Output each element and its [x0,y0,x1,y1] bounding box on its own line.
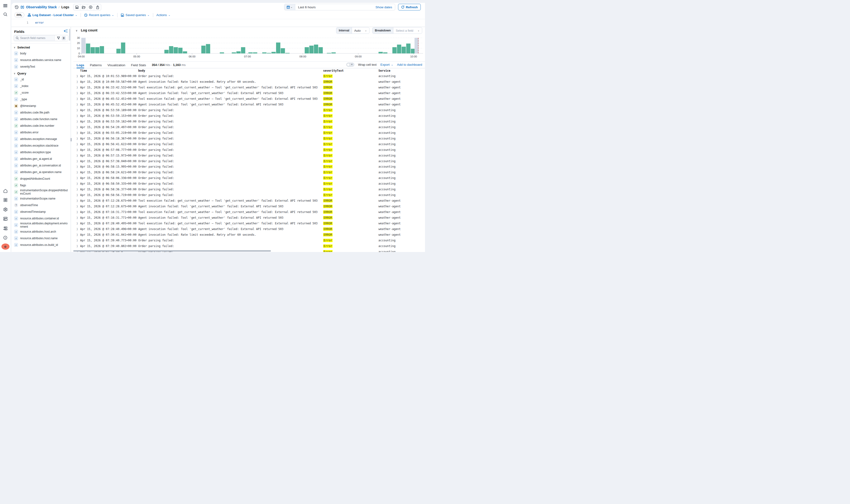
log-table-row[interactable]: ⟩Apr 15, 2026 @ 06:53:59.182+00:00Order … [73,119,425,124]
field-item[interactable]: tattributes.gen_ai.operation.name [11,169,71,175]
field-item[interactable]: tattributes.code.function.name [11,116,71,123]
expand-row-icon[interactable]: ⟩ [76,188,78,191]
home-icon[interactable] [2,188,8,194]
column-header-body[interactable]: body [138,69,145,72]
log-table-row[interactable]: ⟩Apr 15, 2026 @ 06:57:38.040+00:00Order … [73,158,425,164]
field-item[interactable]: t_index [11,83,71,89]
add-to-dashboard-button[interactable]: Add to dashboard [397,63,422,67]
field-filter-button[interactable]: 0 [54,35,68,41]
column-header-time[interactable]: Time [80,69,87,72]
chart-collapse-chevron[interactable]: ∨ [76,29,77,32]
panel-resize-handle[interactable] [70,137,72,142]
history-clock-icon[interactable] [15,5,19,9]
field-item[interactable]: tattributes.exception.type [11,149,71,156]
user-avatar[interactable]: o [1,244,10,250]
apps-icon[interactable] [2,197,8,203]
field-item[interactable]: ▦@timestamp [11,103,71,109]
dataset-selector[interactable]: Log Dataset - Local Cluster ⌄ [28,13,77,17]
field-item[interactable]: tresource.attributes.container.id [11,215,71,222]
log-table-row[interactable]: ⟩Apr 15, 2026 @ 07:16:31.771+00:00Agent … [73,215,425,220]
search-icon[interactable] [2,11,8,17]
expand-row-icon[interactable]: ⟩ [76,80,78,84]
field-item[interactable]: ?observedTime [11,202,71,209]
date-quick-select-button[interactable]: ⌄ [284,4,295,10]
expand-row-icon[interactable]: ⟩ [76,137,78,140]
log-table-row[interactable]: ⟩Apr 15, 2026 @ 06:58:50.335+00:00Order … [73,181,425,186]
wrap-cell-text-toggle[interactable]: ✕ [346,62,354,67]
field-item[interactable]: tattributes.gen_ai.agent.id [11,156,71,162]
field-item[interactable]: #attributes.code.line.number [11,123,71,129]
log-table-row[interactable]: ⟩Apr 15, 2026 @ 06:58:36.377+00:00Order … [73,186,425,192]
log-table-row[interactable]: ⟩Apr 15, 2026 @ 06:45:52.452+00:00Agent … [73,102,425,107]
expand-row-icon[interactable]: ⟩ [76,216,78,219]
log-table-row[interactable]: ⟩Apr 15, 2026 @ 06:56:41.622+00:00Order … [73,141,425,147]
expand-row-icon[interactable]: ⟩ [76,154,78,157]
expand-row-icon[interactable]: ⟩ [76,182,78,185]
editor-query-text[interactable]: error [35,21,44,24]
sidebar-scrollbar[interactable] [69,29,70,41]
log-table-row[interactable]: ⟩Apr 15, 2026 @ 06:58:06.336+00:00Order … [73,175,425,181]
breakdown-select[interactable]: Select a field⌄ [393,28,422,34]
log-table-row[interactable]: ⟩Apr 15, 2026 @ 06:33:42.533+00:00Agent … [73,90,425,96]
log-table-row[interactable]: ⟩Apr 15, 2026 @ 07:30:41.041+00:00Agent … [73,232,425,238]
interval-select[interactable]: Auto⌄ [352,28,369,34]
field-item[interactable]: tattributes.error [11,129,71,136]
tab-field-stats[interactable]: Field Stats [131,62,146,68]
expand-row-icon[interactable]: ⟩ [76,74,78,78]
expand-row-icon[interactable]: ⟩ [76,114,78,118]
field-item[interactable]: tresource.attributes.host.arch [11,228,71,235]
field-section-header[interactable]: ∨Query [11,70,71,76]
expand-row-icon[interactable]: ⟩ [76,160,78,163]
expand-row-icon[interactable]: ⟩ [76,108,78,112]
query-editor[interactable]: 1 error [11,19,425,27]
field-item[interactable]: tinstrumentationScope.name [11,195,71,202]
expand-row-icon[interactable]: ⟩ [76,199,78,202]
info-icon[interactable] [2,234,8,241]
log-table-row[interactable]: ⟩Apr 15, 2026 @ 06:56:18.367+00:00Order … [73,136,425,141]
query-language-badge[interactable]: PPL [14,12,24,18]
new-button[interactable] [87,4,94,10]
expand-row-icon[interactable]: ⟩ [76,103,78,106]
expand-row-icon[interactable]: ⟩ [76,148,78,151]
tab-logs[interactable]: Logs [77,62,84,68]
field-item[interactable]: tbody [11,50,71,57]
log-table-row[interactable]: ⟩Apr 15, 2026 @ 06:54:20.497+00:00Order … [73,124,425,130]
expand-row-icon[interactable]: ⟩ [76,97,78,101]
log-table-row[interactable]: ⟩Apr 15, 2026 @ 06:53:59.189+00:00Order … [73,107,425,113]
tab-patterns[interactable]: Patterns [90,62,102,68]
log-table-row[interactable]: ⟩Apr 15, 2026 @ 06:57:15.973+00:00Order … [73,153,425,158]
field-item[interactable]: tattributes.exception.stacktrace [11,142,71,149]
log-table-row[interactable]: ⟩Apr 15, 2026 @ 07:16:31.771+00:00Tool e… [73,209,425,215]
tab-visualization[interactable]: Visualization [108,62,126,68]
save-button[interactable] [73,4,80,10]
column-header-severitytext[interactable]: severityText [323,69,344,72]
log-table-row[interactable]: ⟩Apr 15, 2026 @ 06:58:56.719+00:00Order … [73,192,425,198]
expand-row-icon[interactable]: ⟩ [76,176,78,180]
log-table-row[interactable]: ⟩Apr 15, 2026 @ 06:45:52.451+00:00Tool e… [73,96,425,102]
saved-queries-button[interactable]: Saved queries ⌄ [121,13,150,17]
field-item[interactable]: #flags [11,182,71,188]
expand-row-icon[interactable]: ⟩ [76,143,78,146]
field-item[interactable]: tresource.attributes.os.build_id [11,241,71,248]
expand-row-icon[interactable]: ⟩ [76,165,78,168]
field-item[interactable]: tattributes.gen_ai.conversation.id [11,162,71,169]
field-item[interactable]: #_score [11,89,71,96]
column-header-service[interactable]: Service [378,69,391,72]
breadcrumb-app-link[interactable]: Observability Stack [26,5,57,9]
expand-row-icon[interactable]: ⟩ [76,210,78,214]
dev-tools-icon[interactable] [2,216,8,222]
log-table-row[interactable]: ⟩Apr 15, 2026 @ 10:00:59.587+00:00Agent … [73,79,425,85]
menu-icon[interactable] [2,3,8,9]
field-item[interactable]: tattributes.code.file.path [11,109,71,116]
log-table-row[interactable]: ⟩Apr 15, 2026 @ 07:39:40.773+00:00Order … [73,238,425,243]
expand-row-icon[interactable]: ⟩ [76,239,78,242]
field-search-box[interactable] [14,35,54,41]
log-table-row[interactable]: ⟩Apr 15, 2026 @ 06:33:42.532+00:00Tool e… [73,85,425,90]
actions-button[interactable]: Actions ⌄ [157,13,171,17]
settings-gear-icon[interactable] [2,206,8,213]
expand-row-icon[interactable]: ⟩ [76,86,78,89]
expand-row-icon[interactable]: ⟩ [76,205,78,208]
field-item[interactable]: #instrumentationScope.droppedAttributesC… [11,188,71,195]
expand-row-icon[interactable]: ⟩ [76,233,78,236]
field-section-header[interactable]: ∨Selected [11,44,71,50]
